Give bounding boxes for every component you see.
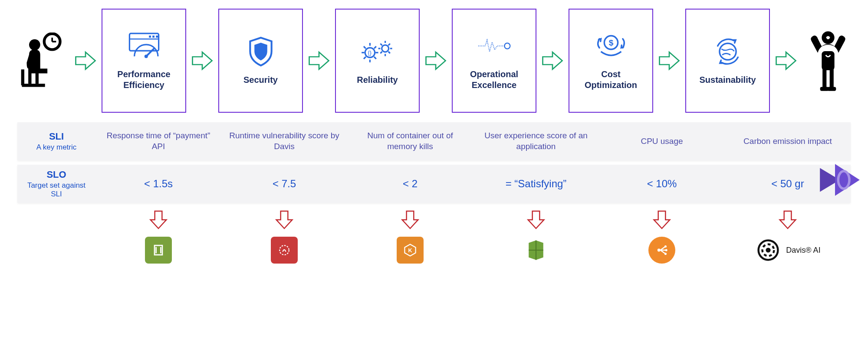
waiting-user-icon <box>17 33 69 89</box>
svg-point-12 <box>144 55 148 58</box>
sli-row: SLI A key metric Response time of “payme… <box>17 122 851 160</box>
svg-rect-23 <box>822 51 834 70</box>
svg-rect-9 <box>156 36 158 38</box>
globe-cycle-icon <box>710 36 745 67</box>
sli-title: SLI <box>21 131 92 142</box>
svg-point-32 <box>658 249 661 252</box>
flow-arrow-icon <box>774 49 798 72</box>
svg-point-15 <box>381 45 388 52</box>
pillar-flow-row: PerformanceEfficiency Security {} <box>0 0 868 113</box>
down-arrow-icon <box>725 209 851 231</box>
svg-rect-7 <box>149 36 151 38</box>
pillar-label: Sustainability <box>697 75 758 85</box>
slo-cell: < 10% <box>599 174 725 193</box>
svg-point-37 <box>665 249 667 251</box>
sli-cell: Carbon emission impact <box>725 134 851 150</box>
pillar-reliability: {} Reliability <box>335 9 420 113</box>
happy-user-icon <box>802 28 854 93</box>
service-icon <box>95 237 221 264</box>
metrics-table: SLI A key metric Response time of “payme… <box>17 122 851 203</box>
flow-arrow-icon <box>191 49 214 72</box>
pillar-label: OperationalExcellence <box>467 69 521 91</box>
flow-arrow-icon <box>307 49 331 72</box>
svg-point-3 <box>29 39 40 51</box>
sli-cell: Response time of “payment” API <box>95 128 221 154</box>
service-icon <box>221 237 347 264</box>
slo-cell: = “Satisfying” <box>473 174 599 193</box>
flow-arrow-icon <box>658 49 681 72</box>
pillar-label: PerformanceEfficiency <box>115 69 173 91</box>
shield-icon <box>243 36 278 67</box>
pillar-label: Security <box>241 75 280 85</box>
svg-text:K: K <box>408 248 412 254</box>
down-arrows-row <box>17 209 851 231</box>
slo-row: SLO Target set against SLI < 1.5s < 7.5 … <box>17 165 851 203</box>
sli-cell: Num of container out of memory kills <box>347 128 473 154</box>
pillar-label: CostOptimization <box>582 69 640 91</box>
down-arrow-icon <box>473 209 599 231</box>
svg-rect-8 <box>152 36 155 38</box>
flow-arrow-icon <box>74 49 97 72</box>
svg-point-41 <box>766 248 771 252</box>
sli-header: SLI A key metric <box>17 127 95 156</box>
flow-arrow-icon <box>541 49 564 72</box>
slo-header: SLO Target set against SLI <box>17 165 95 203</box>
forward-play-icon <box>816 156 864 204</box>
service-icon <box>599 237 725 264</box>
sli-cell: Runtime vulnerability score by Davis <box>221 128 347 154</box>
pillar-security: Security <box>218 9 303 113</box>
svg-point-36 <box>664 245 667 248</box>
dollar-cycle-icon: $ <box>594 31 628 61</box>
svg-rect-24 <box>822 68 826 88</box>
sli-subtitle: A key metric <box>21 143 92 152</box>
service-icon: K <box>347 237 473 264</box>
sli-cell: User experience score of an application <box>473 128 599 154</box>
service-icons-row: K Davis® AI <box>17 237 851 264</box>
svg-rect-27 <box>827 87 836 91</box>
speedometer-icon <box>127 31 161 61</box>
slo-title: SLO <box>21 169 92 180</box>
pillar-cost-optimization: $ CostOptimization <box>569 9 653 113</box>
svg-rect-25 <box>830 68 834 88</box>
slo-cell: < 7.5 <box>221 174 347 193</box>
slo-cell: < 1.5s <box>95 174 221 193</box>
down-arrow-icon <box>221 209 347 231</box>
svg-text:$: $ <box>608 38 613 47</box>
pillar-operational-excellence: OperationalExcellence <box>452 9 536 113</box>
down-arrow-icon <box>95 209 221 231</box>
svg-point-16 <box>504 43 510 49</box>
service-icon <box>473 237 599 264</box>
sli-cell: CPU usage <box>599 134 725 150</box>
pillar-label: Reliability <box>354 75 400 85</box>
flow-arrow-icon <box>424 49 447 72</box>
davis-ai-label: Davis® AI <box>786 246 820 255</box>
down-arrow-icon <box>347 209 473 231</box>
pillar-sustainability: Sustainability <box>685 9 770 113</box>
svg-rect-5 <box>21 69 24 85</box>
svg-point-38 <box>664 253 667 255</box>
service-icon-davis: Davis® AI <box>725 237 851 264</box>
pillar-performance-efficiency: PerformanceEfficiency <box>102 9 186 113</box>
gears-icon: {} <box>360 36 395 67</box>
svg-point-20 <box>719 43 736 59</box>
svg-rect-4 <box>22 84 45 87</box>
down-arrow-icon <box>599 209 725 231</box>
slo-subtitle: Target set against SLI <box>21 181 92 199</box>
svg-text:{}: {} <box>368 49 372 56</box>
waveform-icon <box>477 31 512 61</box>
slo-cell: < 2 <box>347 174 473 193</box>
